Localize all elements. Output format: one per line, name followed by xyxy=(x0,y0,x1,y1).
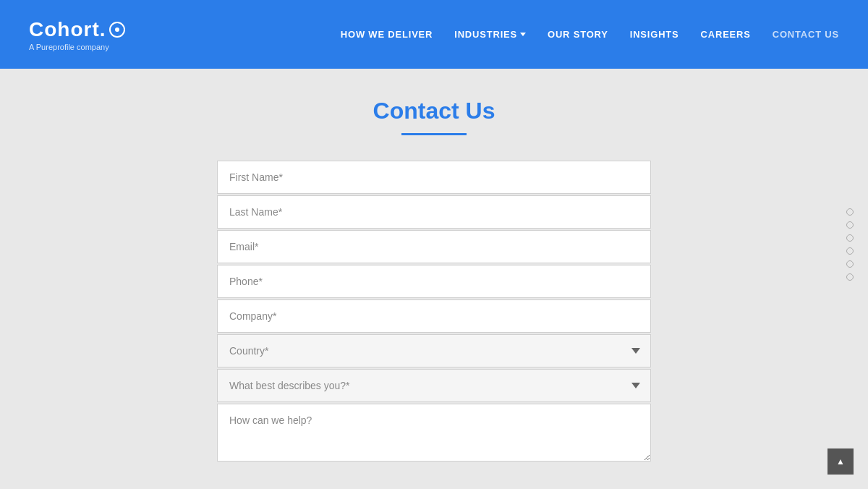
title-underline xyxy=(401,133,467,135)
main-nav: HOW WE DELIVER INDUSTRIES OUR STORY INSI… xyxy=(341,29,839,40)
nav-industries[interactable]: INDUSTRIES xyxy=(454,29,526,40)
logo[interactable]: Cohort. A Pureprofile company xyxy=(29,18,125,51)
side-dot-2[interactable] xyxy=(846,221,854,229)
side-dot-3[interactable] xyxy=(846,234,854,242)
site-header: Cohort. A Pureprofile company HOW WE DEL… xyxy=(0,0,868,69)
side-dot-6[interactable] xyxy=(846,273,854,281)
nav-insights[interactable]: INSIGHTS xyxy=(630,29,679,40)
logo-subtitle: A Pureprofile company xyxy=(29,43,125,51)
contact-form: Country* What best describes you?* xyxy=(217,161,651,464)
phone-field xyxy=(217,265,651,298)
country-field: Country* xyxy=(217,334,651,367)
country-select[interactable]: Country* xyxy=(217,334,651,367)
phone-input[interactable] xyxy=(217,265,651,298)
logo-icon xyxy=(109,22,125,38)
chevron-down-icon xyxy=(520,33,526,36)
first-name-input[interactable] xyxy=(217,161,651,194)
last-name-field xyxy=(217,195,651,229)
first-name-field xyxy=(217,161,651,194)
describes-select[interactable]: What best describes you?* xyxy=(217,369,651,402)
last-name-input[interactable] xyxy=(217,195,651,229)
page-title-section: Contact Us xyxy=(14,98,854,135)
side-dot-5[interactable] xyxy=(846,260,854,268)
nav-contact-us[interactable]: CONTACT US xyxy=(773,29,839,40)
message-field xyxy=(217,404,651,464)
side-dot-1[interactable] xyxy=(846,208,854,216)
side-dot-4[interactable] xyxy=(846,247,854,255)
scroll-to-top-button[interactable] xyxy=(827,448,854,475)
email-field xyxy=(217,230,651,263)
company-field xyxy=(217,299,651,333)
company-input[interactable] xyxy=(217,299,651,333)
side-navigation-dots xyxy=(846,208,854,281)
main-content: Contact Us Country* What best describes … xyxy=(0,69,868,489)
message-textarea[interactable] xyxy=(217,404,651,462)
email-input[interactable] xyxy=(217,230,651,263)
logo-name: Cohort. xyxy=(29,18,125,41)
describes-field: What best describes you?* xyxy=(217,369,651,402)
nav-our-story[interactable]: OUR STORY xyxy=(548,29,608,40)
nav-careers[interactable]: CAREERS xyxy=(701,29,751,40)
page-title: Contact Us xyxy=(14,98,854,124)
nav-how-we-deliver[interactable]: HOW WE DELIVER xyxy=(341,29,433,40)
